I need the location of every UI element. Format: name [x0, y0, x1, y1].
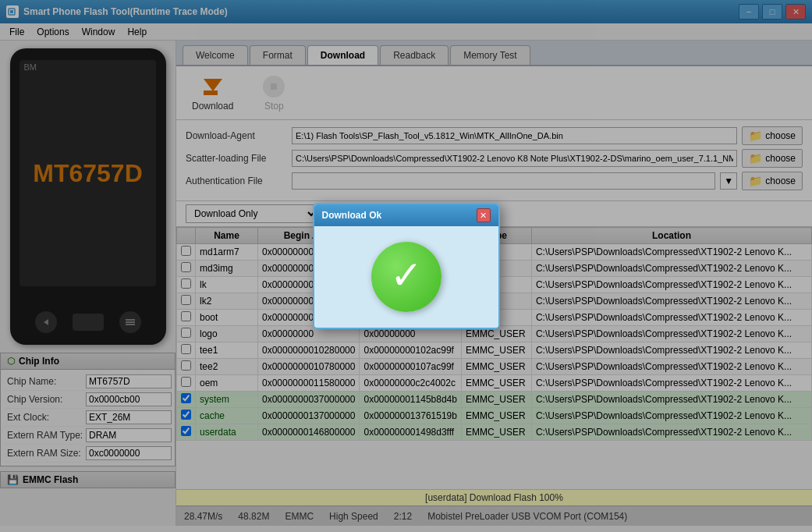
- checkmark-icon: ✓: [390, 256, 423, 295]
- dialog-close-button[interactable]: ✕: [477, 208, 491, 222]
- dialog-title: Download Ok: [322, 210, 382, 221]
- dialog-overlay: Download Ok ✕ ✓: [0, 0, 812, 532]
- success-icon: ✓: [371, 242, 441, 312]
- dialog-body: ✓: [314, 226, 498, 328]
- download-ok-dialog: Download Ok ✕ ✓: [313, 203, 500, 329]
- dialog-title-bar: Download Ok ✕: [314, 204, 498, 226]
